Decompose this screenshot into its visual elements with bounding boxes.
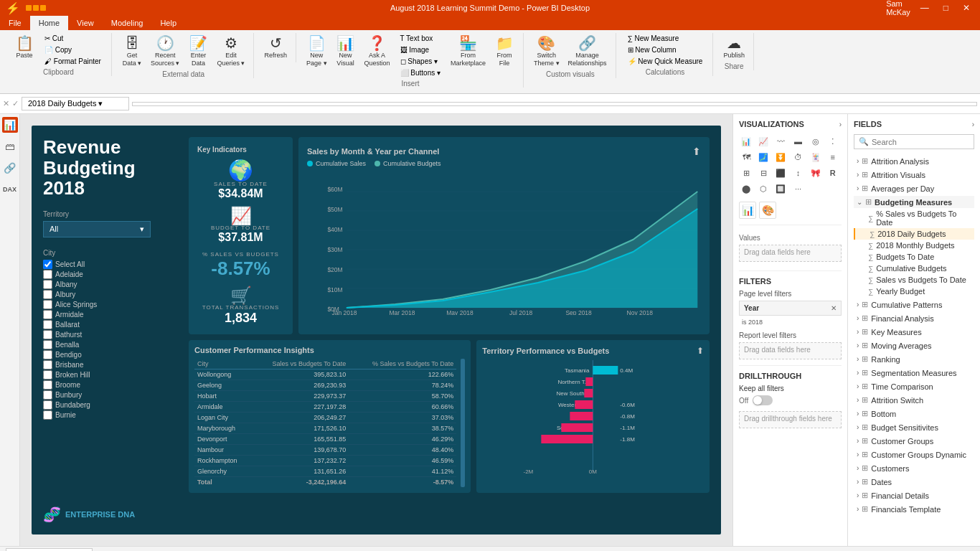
- fields-search-input[interactable]: [872, 138, 971, 146]
- viz-pie-chart[interactable]: ◎: [809, 134, 823, 149]
- publish-button[interactable]: ☁ Publish: [720, 33, 748, 61]
- city-item-armidale[interactable]: Armidale: [43, 310, 183, 319]
- paste-button[interactable]: 📋 Paste: [11, 33, 37, 61]
- chart-expand-icon[interactable]: ⬆: [692, 146, 701, 157]
- field-item-pct-sales[interactable]: ∑ % Sales vs Budgets To Date: [854, 208, 974, 228]
- get-data-button[interactable]: 🗄 GetData ▾: [119, 33, 145, 69]
- new-column-button[interactable]: ⊞ New Column: [623, 44, 707, 55]
- enter-data-button[interactable]: 📝 EnterData: [185, 33, 211, 69]
- city-item-albury[interactable]: Albury: [43, 290, 183, 299]
- ask-question-button[interactable]: ❓ Ask AQuestion: [362, 33, 393, 69]
- field-item-cumulative-budgets[interactable]: ∑ Cumulative Budgets: [854, 263, 974, 274]
- new-page-button[interactable]: 📄 NewPage ▾: [303, 33, 330, 69]
- manage-relationships-button[interactable]: 🔗 ManageRelationships: [565, 33, 610, 69]
- recent-sources-button[interactable]: 🕐 RecentSources ▾: [148, 33, 183, 69]
- ribbon-tab-home[interactable]: Home: [30, 16, 68, 30]
- field-group-customer-groups-dynamic-header[interactable]: › ⊞ Customer Groups Dynamic: [854, 448, 974, 461]
- viz-more[interactable]: ···: [791, 182, 805, 196]
- formula-input[interactable]: [132, 102, 977, 106]
- territory-dropdown[interactable]: All▾: [43, 221, 151, 237]
- field-group-attrition-analysis-header[interactable]: › ⊞ Attrition Analysis: [854, 155, 974, 167]
- field-group-budget-sensitivites-header[interactable]: › ⊞ Budget Sensitivites: [854, 421, 974, 433]
- viz-waterfall[interactable]: ↕: [791, 166, 805, 180]
- minimize-button[interactable]: —: [916, 3, 933, 13]
- viz-line-chart[interactable]: 📈: [756, 134, 771, 149]
- field-group-customer-groups-header[interactable]: › ⊞ Customer Groups: [854, 435, 974, 447]
- city-item-bathurst[interactable]: Bathurst: [43, 330, 183, 339]
- format-painter-button[interactable]: 🖌 Format Painter: [40, 56, 105, 67]
- field-group-averages-per-day-header[interactable]: › ⊞ Averages per Day: [854, 182, 974, 194]
- city-item-bundaberg[interactable]: Bundaberg: [43, 400, 183, 410]
- cut-button[interactable]: ✂ Cut: [40, 33, 105, 44]
- viz-map[interactable]: 🗺: [739, 150, 753, 164]
- ribbon-tab-view[interactable]: View: [68, 16, 103, 30]
- city-item-broken-hill[interactable]: Broken Hill: [43, 370, 183, 380]
- report-filters-dropzone[interactable]: Drag data fields here: [739, 342, 842, 359]
- year-filter[interactable]: Year ✕: [739, 301, 842, 316]
- field-item-2018-monthly[interactable]: ∑ 2018 Monthly Budgets: [854, 240, 974, 251]
- buttons-button[interactable]: ⬜ Buttons ▾: [396, 67, 445, 78]
- filter-close-icon[interactable]: ✕: [831, 304, 837, 312]
- copy-button[interactable]: 📄 Copy: [40, 44, 105, 55]
- formula-cancel-icon[interactable]: ✕: [3, 99, 9, 108]
- ribbon-tab-file[interactable]: File: [0, 16, 30, 30]
- viz-card[interactable]: 🃏: [809, 150, 823, 164]
- field-item-yearly-budget[interactable]: ∑ Yearly Budget: [854, 286, 974, 297]
- viz-paint-icon[interactable]: 🎨: [759, 202, 776, 219]
- viz-matrix[interactable]: ⊟: [756, 166, 771, 180]
- viz-funnel[interactable]: ⏬: [773, 150, 788, 164]
- fields-expand-icon[interactable]: ›: [972, 121, 974, 128]
- from-file-button[interactable]: 📁 FromFile: [491, 33, 517, 69]
- model-view-icon[interactable]: 🔗: [2, 160, 18, 176]
- text-box-button[interactable]: T Text box: [396, 33, 445, 44]
- field-group-customers-header[interactable]: › ⊞ Customers: [854, 462, 974, 474]
- data-view-icon[interactable]: 🗃: [2, 138, 18, 154]
- viz-format-icon[interactable]: 📊: [739, 202, 756, 219]
- city-item-brisbane[interactable]: Brisbane: [43, 360, 183, 369]
- city-item-benalla[interactable]: Benalla: [43, 340, 183, 349]
- city-item-bendigo[interactable]: Bendigo: [43, 350, 183, 359]
- drillthrough-dropzone[interactable]: Drag drillthrough fields here: [739, 411, 842, 428]
- close-button[interactable]: ✕: [958, 3, 974, 13]
- field-group-attrition-switch-header[interactable]: › ⊞ Attrition Switch: [854, 394, 974, 406]
- city-item-albany[interactable]: Albany: [43, 280, 183, 289]
- switch-theme-button[interactable]: 🎨 SwitchTheme ▾: [531, 33, 562, 69]
- field-group-budgeting-measures-header[interactable]: ⌄ ⊞ Budgeting Measures: [854, 196, 974, 208]
- new-quick-measure-button[interactable]: ⚡ New Quick Measure: [623, 56, 707, 67]
- maximize-button[interactable]: □: [939, 3, 953, 13]
- formula-confirm-icon[interactable]: ✓: [12, 99, 19, 108]
- viz-table[interactable]: ⊞: [739, 166, 753, 180]
- report-view-icon[interactable]: 📊: [2, 117, 18, 133]
- city-item-alice[interactable]: Alice Springs: [43, 300, 183, 309]
- edit-queries-button[interactable]: ⚙ EditQueries ▾: [214, 33, 248, 69]
- viz-custom1[interactable]: ⬤: [739, 182, 753, 196]
- ribbon-tab-help[interactable]: Help: [151, 16, 185, 30]
- field-group-ranking-header[interactable]: › ⊞ Ranking: [854, 353, 974, 365]
- field-group-segmentation-header[interactable]: › ⊞ Segmentation Measures: [854, 367, 974, 379]
- viz-custom2[interactable]: ⬡: [756, 182, 771, 196]
- viz-area-chart[interactable]: 〰: [773, 134, 788, 149]
- viz-r[interactable]: R: [826, 166, 840, 180]
- viz-filled-map[interactable]: 🗾: [756, 150, 771, 164]
- formula-field-name[interactable]: 2018 Daily Budgets ▾: [22, 97, 129, 110]
- new-visual-button[interactable]: 📊 NewVisual: [333, 33, 359, 69]
- viz-treemap[interactable]: ⬛: [773, 166, 788, 180]
- field-group-moving-averages-header[interactable]: › ⊞ Moving Averages: [854, 339, 974, 352]
- viz-expand-icon[interactable]: ›: [839, 121, 842, 128]
- keep-filters-toggle[interactable]: [753, 395, 773, 405]
- field-group-financials-template-header[interactable]: › ⊞ Financials Template: [854, 503, 974, 515]
- field-group-cumulative-patterns-header[interactable]: › ⊞ Cumulative Patterns: [854, 298, 974, 311]
- field-item-2018-daily[interactable]: ∑ 2018 Daily Budgets: [854, 228, 974, 240]
- values-dropzone[interactable]: Drag data fields here: [739, 245, 842, 262]
- viz-ribbon[interactable]: 🎀: [809, 166, 823, 180]
- city-item-ballarat[interactable]: Ballarat: [43, 320, 183, 329]
- viz-gauge[interactable]: ⏱: [791, 150, 805, 164]
- viz-bar-chart[interactable]: ▬: [791, 134, 805, 149]
- refresh-button[interactable]: ↺ Refresh: [261, 33, 290, 61]
- city-item-burnie[interactable]: Burnie: [43, 410, 183, 420]
- field-group-time-comparison-header[interactable]: › ⊞ Time Comparison: [854, 380, 974, 392]
- viz-slicer[interactable]: 🔲: [773, 182, 788, 196]
- page-tab-2018-daily[interactable]: 2018 Daily Budgets: [6, 548, 93, 551]
- territory-chart-icon[interactable]: ⬆: [697, 346, 704, 356]
- from-marketplace-button[interactable]: 🏪 FromMarketplace: [448, 33, 489, 69]
